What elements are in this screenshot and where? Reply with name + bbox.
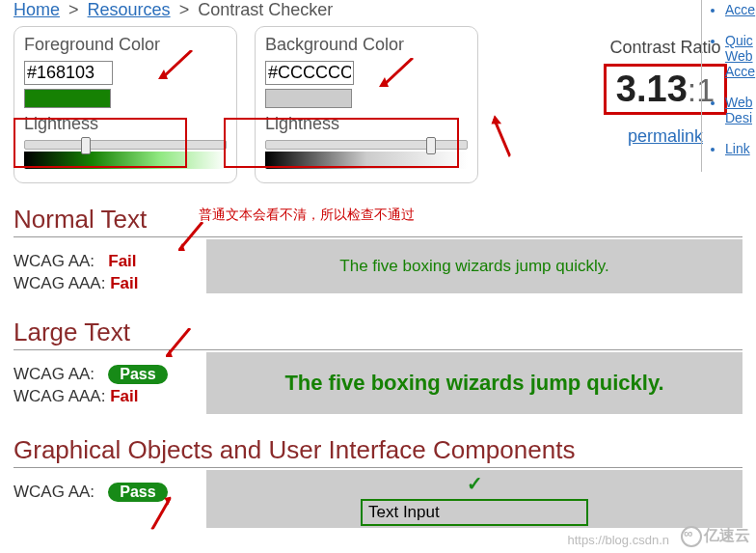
large-text-sample[interactable]: The five boxing wizards jump quickly. bbox=[206, 352, 742, 414]
watermark-logo: 亿速云 bbox=[681, 526, 750, 547]
background-panel: Background Color Lightness bbox=[255, 26, 478, 183]
gui-aa-label: WCAG AA: bbox=[14, 483, 94, 501]
large-aaa-result: Fail bbox=[110, 387, 138, 405]
right-nav-item[interactable]: Acce bbox=[725, 2, 756, 17]
large-aa-label: WCAG AA: bbox=[14, 365, 94, 383]
large-text-heading: Large Text bbox=[14, 318, 742, 350]
gui-heading: Graphical Objects and User Interface Com… bbox=[14, 435, 742, 468]
right-nav: Acce Quic Web Acce Web Desi Link bbox=[701, 0, 756, 172]
gui-sample: ✓ bbox=[206, 470, 742, 528]
watermark-text: 亿速云 bbox=[704, 527, 750, 543]
background-swatch bbox=[265, 89, 352, 108]
large-aaa-label: WCAG AAA: bbox=[14, 387, 105, 405]
cloud-icon bbox=[681, 526, 702, 547]
gui-text-input[interactable] bbox=[361, 499, 588, 526]
foreground-panel: Foreground Color Lightness bbox=[14, 26, 237, 183]
annotation-text: 普通文本会看不清，所以检查不通过 bbox=[199, 207, 415, 224]
foreground-title: Foreground Color bbox=[24, 35, 227, 55]
right-nav-item[interactable]: Quic Web Acce bbox=[725, 33, 756, 79]
foreground-lightness-slider[interactable] bbox=[24, 140, 227, 169]
right-nav-item[interactable]: Link bbox=[725, 141, 756, 156]
large-text-section: Large Text WCAG AA: Pass WCAG AAA: Fail … bbox=[14, 318, 742, 414]
foreground-hex-input[interactable] bbox=[24, 61, 113, 85]
breadcrumb: Home > Resources > Contrast Checker bbox=[0, 0, 756, 26]
foreground-swatch bbox=[24, 89, 111, 108]
check-icon: ✓ bbox=[467, 472, 483, 495]
breadcrumb-sep: > bbox=[68, 0, 79, 19]
contrast-ratio-value: 3.13 bbox=[616, 69, 688, 109]
background-title: Background Color bbox=[265, 35, 468, 55]
normal-aaa-label: WCAG AAA: bbox=[14, 274, 105, 292]
gui-aa-result-pass-badge: Pass bbox=[108, 483, 167, 502]
watermark-url: https://blog.csdn.n bbox=[567, 533, 669, 547]
normal-aaa-result: Fail bbox=[110, 274, 138, 292]
normal-text-sample[interactable]: The five boxing wizards jump quickly. bbox=[206, 239, 742, 293]
background-lightness-slider[interactable] bbox=[265, 140, 468, 169]
foreground-lightness-label: Lightness bbox=[24, 114, 227, 134]
breadcrumb-resources[interactable]: Resources bbox=[88, 0, 171, 19]
breadcrumb-sep: > bbox=[179, 0, 190, 19]
background-hex-input[interactable] bbox=[265, 61, 354, 85]
breadcrumb-home[interactable]: Home bbox=[14, 0, 60, 19]
normal-aa-label: WCAG AA: bbox=[14, 252, 94, 270]
large-aa-result-pass-badge: Pass bbox=[108, 365, 167, 384]
normal-aa-result: Fail bbox=[108, 252, 136, 270]
right-nav-item[interactable]: Web Desi bbox=[725, 95, 756, 125]
background-lightness-label: Lightness bbox=[265, 114, 468, 134]
gui-section: Graphical Objects and User Interface Com… bbox=[14, 435, 742, 528]
breadcrumb-current: Contrast Checker bbox=[198, 0, 333, 19]
